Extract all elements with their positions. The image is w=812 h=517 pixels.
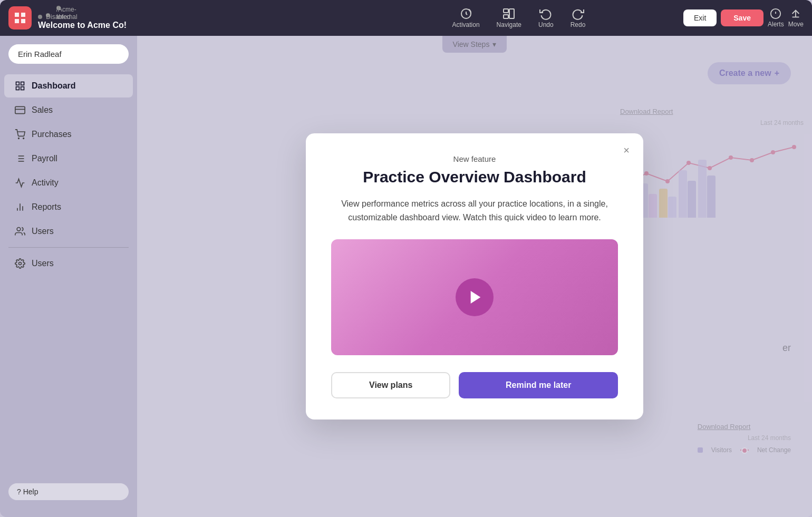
svg-rect-2 (504, 15, 508, 18)
nav-redo[interactable]: Redo (571, 7, 586, 28)
exit-button[interactable]: Exit (683, 9, 717, 26)
sidebar-divider (8, 247, 129, 248)
topbar-actions: Exit Save Alerts Move (683, 8, 804, 28)
sidebar-item-sales[interactable]: Sales (4, 99, 133, 122)
modal-backdrop: × New feature Practice Overview Dashboar… (137, 36, 812, 517)
topbar: Disabled /Acme-Internal Welcome to Acme … (0, 0, 812, 36)
play-button[interactable] (456, 278, 494, 316)
alerts-button[interactable]: Alerts (768, 8, 784, 28)
svg-rect-1 (504, 9, 508, 13)
sidebar-nav: Dashboard Sales Purchases Payroll (0, 74, 137, 276)
modal-video[interactable] (331, 239, 618, 355)
topbar-nav: Activation Navigate Undo Redo (361, 7, 677, 28)
modal-tag: New feature (331, 154, 618, 163)
nav-activation[interactable]: Activation (452, 7, 480, 28)
topbar-title-area: Disabled /Acme-Internal Welcome to Acme … (38, 6, 354, 30)
svg-rect-12 (21, 87, 24, 90)
svg-point-15 (18, 138, 20, 139)
sidebar-item-settings-users[interactable]: Users (4, 252, 133, 275)
sidebar-item-activity[interactable]: Activity (4, 171, 133, 194)
view-plans-button[interactable]: View plans (331, 372, 450, 398)
play-icon (467, 289, 484, 306)
nav-navigate[interactable]: Navigate (497, 7, 521, 28)
svg-point-26 (17, 228, 21, 231)
svg-marker-37 (471, 291, 481, 304)
sidebar-item-dashboard[interactable]: Dashboard (4, 74, 133, 97)
svg-rect-11 (16, 87, 20, 90)
status-dot (38, 15, 42, 19)
svg-rect-9 (16, 82, 20, 85)
modal-title: Practice Overview Dashboard (331, 168, 618, 187)
save-button[interactable]: Save (721, 9, 763, 26)
sidebar-item-users[interactable]: Users (4, 220, 133, 243)
svg-rect-3 (509, 9, 514, 18)
modal-description: View performance metrics across all your… (331, 197, 618, 224)
nav-undo[interactable]: Undo (538, 7, 554, 28)
modal-close-button[interactable]: × (618, 142, 635, 159)
main-layout: Erin Radleaf Dashboard Sales Purchases (0, 36, 812, 517)
svg-point-27 (19, 262, 22, 265)
move-button[interactable]: Move (788, 8, 804, 28)
sidebar-item-purchases[interactable]: Purchases (4, 123, 133, 146)
content-area: View Steps ▾ Create a new + Download Rep… (137, 36, 812, 517)
feature-modal: × New feature Practice Overview Dashboar… (306, 133, 643, 419)
app-title: Welcome to Acme Co! (38, 21, 354, 30)
svg-point-16 (23, 138, 24, 139)
sidebar-item-payroll[interactable]: Payroll (4, 147, 133, 170)
app-logo (8, 6, 32, 30)
user-profile[interactable]: Erin Radleaf (8, 44, 129, 64)
help-button[interactable]: ? Help (8, 483, 129, 500)
remind-later-button[interactable]: Remind me later (459, 372, 618, 398)
sidebar-item-reports[interactable]: Reports (4, 196, 133, 219)
sidebar: Erin Radleaf Dashboard Sales Purchases (0, 36, 137, 517)
status-label: Disabled /Acme-Internal (38, 6, 354, 21)
svg-rect-13 (15, 106, 25, 113)
svg-rect-10 (21, 82, 24, 85)
modal-actions: View plans Remind me later (331, 372, 618, 398)
